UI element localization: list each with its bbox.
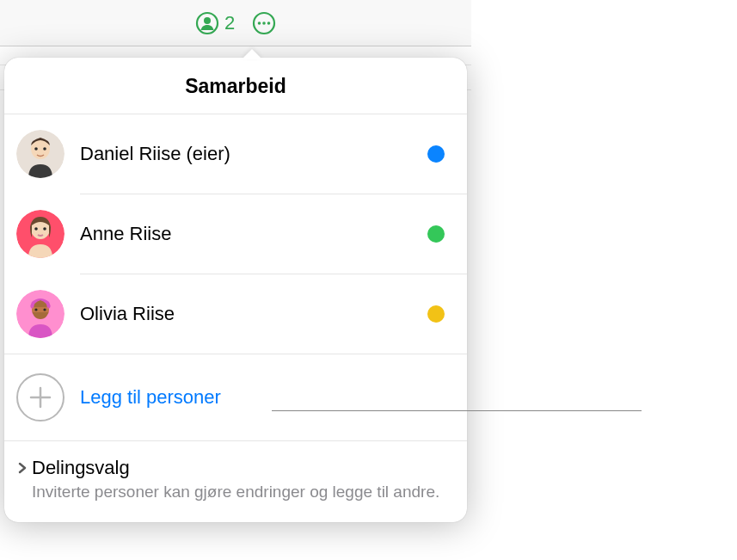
person-row[interactable]: Daniel Riise (eier) [4,114,467,194]
chevron-right-icon [15,460,30,476]
status-dot [427,305,445,323]
person-row[interactable]: Anne Riise [4,194,467,274]
people-list: Daniel Riise (eier) Anne Riise [4,114,467,354]
svg-point-12 [34,227,38,231]
more-button[interactable] [252,11,276,35]
plus-icon [16,373,64,422]
person-row[interactable]: Olivia Riise [4,274,467,354]
person-name: Olivia Riise [80,303,412,325]
avatar [16,210,64,258]
collaboration-popover: Samarbeid Daniel Riise (eier) [4,58,467,522]
person-name: Anne Riise [80,223,412,245]
svg-point-13 [43,227,46,231]
svg-rect-16 [32,307,49,312]
svg-point-3 [258,22,261,25]
svg-point-17 [34,308,37,311]
sharing-options-description: Inviterte personer kan gjøre endringer o… [32,481,450,503]
add-people-button[interactable]: Legg til personer [4,354,467,441]
popover-title: Samarbeid [4,58,467,114]
svg-point-1 [204,17,211,24]
person-name: Daniel Riise (eier) [80,143,412,165]
sharing-options-title: Delingsvalg [32,457,130,479]
svg-point-5 [267,22,271,25]
avatar [16,290,64,338]
people-count: 2 [224,12,235,34]
svg-point-18 [43,308,46,311]
svg-point-8 [34,147,38,151]
svg-point-4 [262,22,266,25]
avatar [16,130,64,178]
collaboration-button[interactable]: 2 [195,11,235,35]
svg-point-9 [43,147,46,151]
side-panel [471,0,737,560]
status-dot [427,145,445,163]
sharing-options-button[interactable]: Delingsvalg Inviterte personer kan gjøre… [4,441,467,522]
callout-line [272,410,642,411]
add-people-label: Legg til personer [80,386,221,409]
people-icon [195,11,219,35]
toolbar: 2 [0,0,471,46]
status-dot [427,225,445,243]
